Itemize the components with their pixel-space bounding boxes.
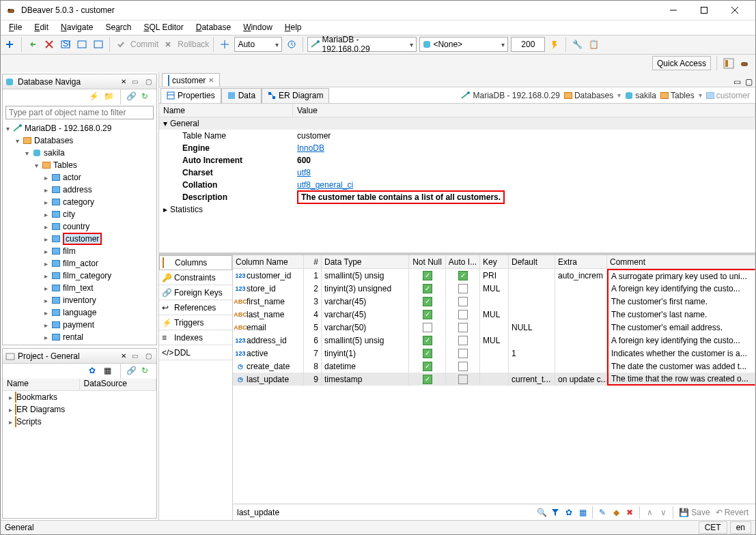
maximize-editor-icon[interactable]: ▢	[745, 77, 753, 87]
breadcrumb-table[interactable]: customer	[706, 91, 750, 100]
props-col-name[interactable]: Name	[159, 104, 293, 117]
close-icon[interactable]: ✕	[208, 76, 214, 84]
add-icon[interactable]: ◆	[609, 506, 623, 519]
prop-charset[interactable]: Charsetutf8	[159, 167, 755, 179]
status-lang[interactable]: en	[730, 521, 751, 534]
save-button[interactable]: 💾Save	[676, 508, 712, 517]
menu-database[interactable]: Database	[191, 21, 236, 33]
menu-sql-editor[interactable]: SQL Editor	[138, 21, 188, 33]
new-connection-icon[interactable]	[3, 38, 17, 51]
refresh-icon[interactable]: ↻	[141, 91, 152, 102]
section-references[interactable]: ↩References	[159, 300, 232, 315]
up-icon[interactable]: ∧	[643, 506, 656, 519]
new-folder-icon[interactable]: 📁	[104, 91, 115, 102]
tree-table-film_text[interactable]: ▸film_text	[3, 282, 156, 294]
tree-table-rental[interactable]: ▸rental	[3, 331, 156, 343]
sql-editor-icon[interactable]	[75, 38, 89, 51]
tree-table-film_actor[interactable]: ▸film_actor	[3, 257, 156, 270]
quick-access-button[interactable]: Quick Access	[652, 56, 711, 70]
history-icon[interactable]	[285, 38, 298, 51]
project-col-name[interactable]: Name	[3, 379, 80, 390]
commit-icon[interactable]	[114, 38, 128, 51]
project-item-bookmarks[interactable]: ▸Bookmarks	[3, 391, 156, 403]
database-combo[interactable]: <None>	[419, 37, 508, 52]
prop-engine[interactable]: EngineInnoDB	[159, 142, 755, 154]
prop-collation[interactable]: Collationutf8_general_ci	[159, 179, 755, 191]
dbeaver-perspective-icon[interactable]	[739, 57, 751, 70]
breadcrumb-databases[interactable]: Databases	[564, 91, 613, 100]
section-triggers[interactable]: ⚡Triggers	[159, 315, 232, 330]
tree-table-actor[interactable]: ▸actor	[3, 171, 156, 184]
column-row-email[interactable]: ABCemail5varchar(50)NULLThe customer's e…	[233, 321, 755, 334]
section-constraints[interactable]: 🔑Constraints	[159, 270, 232, 285]
connect-icon[interactable]	[26, 38, 40, 51]
tree-table-inventory[interactable]: ▸inventory	[3, 294, 156, 306]
column-row-customer_id[interactable]: 123customer_id1smallint(5) unsigPRIauto_…	[233, 269, 755, 282]
tree-table-address[interactable]: ▸address	[3, 184, 156, 196]
disconnect-icon[interactable]	[42, 38, 56, 51]
link-icon[interactable]: 🔗	[126, 91, 137, 102]
subtab-er-diagram[interactable]: ER Diagram	[262, 88, 329, 103]
maximize-panel-icon[interactable]: ▢	[143, 351, 154, 362]
tree-table-country[interactable]: ▸country	[3, 220, 156, 233]
limit-config-icon[interactable]	[548, 38, 561, 51]
props-col-value[interactable]: Value	[293, 104, 755, 117]
menu-edit[interactable]: Edit	[29, 21, 54, 33]
status-timezone[interactable]: CET	[699, 521, 727, 534]
close-button[interactable]	[719, 1, 750, 20]
prop-table-name[interactable]: Table Namecustomer	[159, 130, 755, 142]
tree-table-category[interactable]: ▸category	[3, 196, 156, 208]
section-ddl[interactable]: </>DDL	[159, 345, 232, 360]
config-icon[interactable]: ✿	[89, 366, 100, 377]
section-indexes[interactable]: ≡Indexes	[159, 330, 232, 345]
column-row-create_date[interactable]: ◷create_date8datetimeThe date the custom…	[233, 360, 755, 373]
subtab-data[interactable]: Data	[221, 88, 262, 103]
tree-table-film_category[interactable]: ▸film_category	[3, 270, 156, 282]
filter-icon[interactable]	[548, 506, 562, 519]
breadcrumb-connection[interactable]: MariaDB - 192.168.0.29	[461, 91, 559, 100]
prop-group-statistics[interactable]: ▸Statistics	[159, 203, 755, 216]
section-foreign-keys[interactable]: 🔗Foreign Keys	[159, 285, 232, 300]
search-icon[interactable]: 🔍	[535, 506, 548, 519]
revert-button[interactable]: ↶Revert	[713, 508, 751, 517]
perspective-icon[interactable]	[723, 57, 735, 70]
prop-description[interactable]: DescriptionThe customer table contains a…	[159, 191, 755, 203]
minimize-editor-icon[interactable]: ▭	[733, 77, 741, 87]
rollback-icon[interactable]	[161, 38, 175, 51]
project-col-datasource[interactable]: DataSource	[80, 379, 157, 390]
menu-help[interactable]: Help	[279, 21, 307, 33]
nav-tree[interactable]: ▾MariaDB - 192.168.0.29 ▾Databases ▾saki…	[3, 121, 156, 345]
tree-table-film[interactable]: ▸film	[3, 245, 156, 257]
settings-icon[interactable]: ✿	[562, 506, 576, 519]
link-icon[interactable]: 🔗	[126, 366, 137, 377]
column-row-first_name[interactable]: ABCfirst_name3varchar(45)The customer's …	[233, 295, 755, 308]
section-columns[interactable]: Columns	[159, 255, 232, 270]
connect-icon[interactable]: ⚡	[89, 91, 100, 102]
tree-table-language[interactable]: ▸language	[3, 306, 156, 319]
column-row-last_update[interactable]: ◷last_update9timestampcurrent_t...on upd…	[233, 373, 755, 386]
minimize-button[interactable]	[658, 1, 688, 20]
minimize-panel-icon[interactable]: ▭	[129, 351, 140, 362]
down-icon[interactable]: ∨	[656, 506, 670, 519]
view-icon[interactable]: ▦	[576, 506, 589, 519]
nav-filter-input[interactable]	[5, 106, 154, 119]
column-row-store_id[interactable]: 123store_id2tinyint(3) unsignedMULA fore…	[233, 282, 755, 295]
columns-icon[interactable]: ▦	[104, 366, 115, 377]
refresh-icon[interactable]: ↻	[141, 366, 152, 377]
menu-navigate[interactable]: Navigate	[55, 21, 98, 33]
tree-table-payment[interactable]: ▸payment	[3, 319, 156, 331]
edit-icon[interactable]: ✎	[596, 506, 609, 519]
minimize-panel-icon[interactable]: ▭	[129, 76, 140, 87]
tree-table-customer[interactable]: ▸customer	[3, 233, 156, 245]
project-item-scripts[interactable]: ▸Scripts	[3, 416, 156, 428]
sql-recent-icon[interactable]	[92, 38, 105, 51]
editor-tab-customer[interactable]: customer ✕	[162, 73, 220, 87]
maximize-button[interactable]	[688, 1, 719, 20]
columns-grid[interactable]: Column Name # Data Type Not Null Auto I.…	[233, 255, 755, 504]
misc-icon-1[interactable]: 🔧	[570, 38, 584, 51]
menu-file[interactable]: File	[3, 21, 27, 33]
misc-icon-2[interactable]: 📋	[587, 38, 600, 51]
subtab-properties[interactable]: Properties	[160, 88, 221, 103]
tx-mode-icon[interactable]	[218, 38, 232, 51]
breadcrumb-schema[interactable]: sakila	[625, 91, 656, 100]
